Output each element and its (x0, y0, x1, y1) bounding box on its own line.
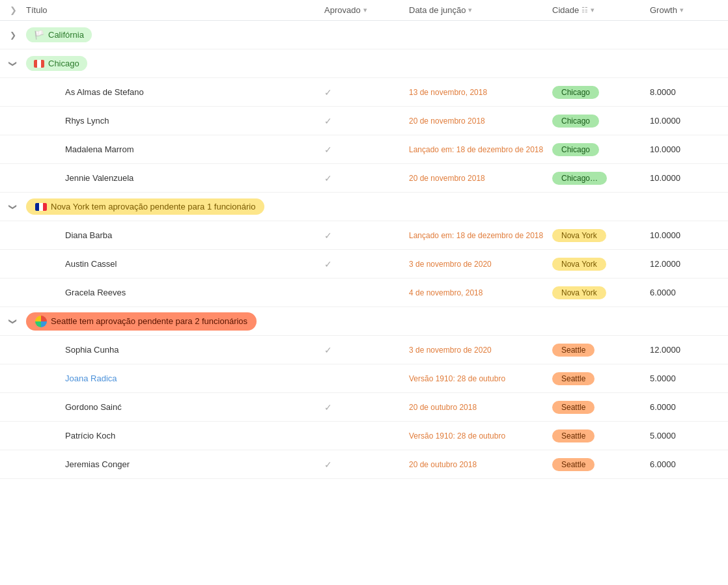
row-city: Nova York (552, 286, 650, 299)
date-sort-icon[interactable]: ▾ (468, 6, 472, 14)
growth-column-header[interactable]: Growth ▾ (650, 5, 728, 15)
check-icon: ✓ (324, 259, 332, 269)
row-title-text: Madalena Marrom (65, 144, 134, 154)
table-row: Patrício Koch Versão 1910: 28 de outubro… (0, 422, 728, 450)
row-city: Seattle (552, 372, 650, 385)
table-row: Diana Barba ✓ Lançado em: 18 de dezembro… (0, 221, 728, 250)
title-column-header[interactable]: Título (26, 5, 324, 15)
row-title-text: Patrício Koch (65, 431, 115, 441)
date-column-header[interactable]: Data de junção ▾ (409, 5, 552, 15)
row-date-text: Versão 1910: 28 de outubro (409, 374, 505, 383)
group-row-nova-york: ❯ Nova York tem aprovação pendente para … (0, 193, 728, 221)
row-date: 3 de novembro de 2020 (409, 346, 552, 355)
california-group-label: Califórnia (48, 30, 84, 40)
table-row: Sophia Cunha ✓ 3 de novembro de 2020 Sea… (0, 336, 728, 364)
chicago-group-label: Chicago (48, 59, 79, 68)
growth-value: 6.0000 (650, 459, 676, 469)
row-title-text: Jeremias Conger (65, 459, 130, 469)
growth-value: 8.0000 (650, 87, 676, 97)
table-row: Gordono Sainć ✓ 20 de outubro 2018 Seatt… (0, 393, 728, 422)
row-date: 20 de outubro 2018 (409, 403, 552, 412)
row-city: Seattle (552, 344, 650, 357)
row-title: Jennie Valenzuela (65, 173, 324, 183)
city-badge: Chicago… (552, 172, 607, 185)
row-city: Chicago… (552, 172, 650, 185)
row-title: As Almas de Stefano (65, 87, 324, 97)
city-filter-icon[interactable]: ☷ (581, 6, 588, 14)
row-growth: 6.0000 (650, 459, 728, 469)
nova-york-chevron-icon[interactable]: ❯ (8, 204, 18, 210)
table-row: Jennie Valenzuela ✓ 20 de novembro 2018 … (0, 164, 728, 193)
row-title: Madalena Marrom (65, 144, 324, 154)
row-city: Chicago (552, 86, 650, 99)
expand-col-header: ❯ (0, 5, 26, 15)
row-approved: ✓ (324, 459, 409, 470)
nova-york-expand[interactable]: ❯ (0, 202, 26, 211)
city-badge: Seattle (552, 429, 595, 442)
row-approved: ✓ (324, 259, 409, 269)
city-badge: Nova York (552, 258, 606, 271)
row-growth: 10.0000 (650, 116, 728, 126)
approved-sort-icon[interactable]: ▾ (363, 6, 367, 14)
row-growth: 5.0000 (650, 374, 728, 383)
growth-label: Growth (650, 5, 677, 15)
row-approved: ✓ (324, 230, 409, 241)
row-growth: 8.0000 (650, 87, 728, 97)
check-icon: ✓ (324, 173, 332, 184)
approved-label: Aprovado (324, 5, 361, 15)
expand-all-icon[interactable]: ❯ (10, 5, 17, 15)
check-icon: ✓ (324, 230, 332, 241)
city-badge: Seattle (552, 372, 595, 385)
row-approved: ✓ (324, 173, 409, 184)
row-approved: ✓ (324, 402, 409, 413)
growth-sort-icon[interactable]: ▾ (680, 6, 684, 14)
row-date-text: 4 de novembro, 2018 (409, 288, 483, 297)
row-date-text: 13 de novembro, 2018 (409, 88, 487, 97)
row-title-text[interactable]: Joana Radica (65, 374, 117, 383)
california-chevron-icon[interactable]: ❯ (10, 31, 16, 40)
table-row: Rhys Lynch ✓ 20 de novembro 2018 Chicago… (0, 107, 728, 135)
row-date-text: 20 de outubro 2018 (409, 460, 477, 469)
row-title: Gracela Reeves (65, 288, 324, 297)
city-badge: Chicago (552, 143, 599, 156)
city-badge: Seattle (552, 458, 595, 471)
row-growth: 5.0000 (650, 431, 728, 441)
row-city: Seattle (552, 401, 650, 414)
row-title: Austin Cassel (65, 259, 324, 269)
row-title: Gordono Sainć (65, 402, 324, 412)
row-title: Joana Radica (65, 374, 324, 383)
growth-value: 5.0000 (650, 431, 676, 441)
row-title-text: As Almas de Stefano (65, 87, 144, 97)
nova-york-pending-tag[interactable]: Nova York tem aprovação pendente para 1 … (26, 198, 264, 215)
row-date: 4 de novembro, 2018 (409, 288, 552, 297)
row-title-text: Austin Cassel (65, 259, 117, 269)
row-date-text: Versão 1910: 28 de outubro (409, 431, 505, 441)
date-label: Data de junção (409, 5, 466, 15)
row-city: Seattle (552, 429, 650, 442)
row-title-text: Diana Barba (65, 230, 112, 240)
row-date-text: 20 de outubro 2018 (409, 403, 477, 412)
chicago-expand[interactable]: ❯ (0, 59, 26, 68)
row-date: Versão 1910: 28 de outubro (409, 431, 552, 441)
row-title-text: Jennie Valenzuela (65, 173, 133, 183)
chicago-group-tag[interactable]: Chicago (26, 56, 87, 71)
growth-value: 12.0000 (650, 259, 680, 269)
check-icon: ✓ (324, 459, 332, 470)
approved-column-header[interactable]: Aprovado ▾ (324, 5, 409, 15)
row-date: Lançado em: 18 de dezembro de 2018 (409, 231, 552, 240)
city-sort-icon[interactable]: ▾ (591, 6, 595, 14)
growth-value: 10.0000 (650, 144, 680, 154)
row-title-text: Sophia Cunha (65, 345, 119, 355)
seattle-pending-tag[interactable]: Seattle tem aprovação pendente para 2 fu… (26, 312, 257, 331)
seattle-chevron-icon[interactable]: ❯ (8, 318, 18, 325)
seattle-expand[interactable]: ❯ (0, 317, 26, 326)
table-row: Gracela Reeves 4 de novembro, 2018 Nova … (0, 279, 728, 307)
city-column-header[interactable]: Cidade ☷ ▾ (552, 5, 650, 15)
row-title: Rhys Lynch (65, 116, 324, 126)
california-group-tag[interactable]: 🏳️ Califórnia (26, 27, 92, 42)
california-expand[interactable]: ❯ (0, 31, 26, 40)
growth-value: 10.0000 (650, 230, 680, 240)
row-growth: 6.0000 (650, 288, 728, 297)
row-date: 20 de novembro 2018 (409, 174, 552, 183)
chicago-chevron-icon[interactable]: ❯ (8, 61, 18, 67)
